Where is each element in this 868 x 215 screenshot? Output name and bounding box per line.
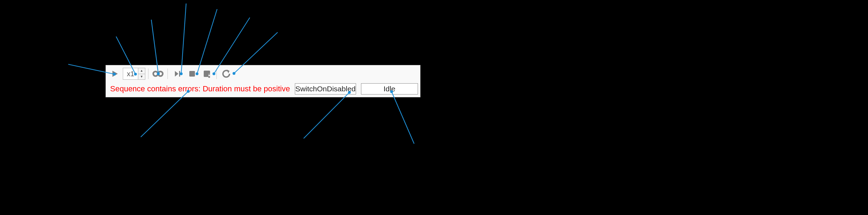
svg-point-1 (158, 72, 163, 76)
svg-line-21 (141, 91, 188, 137)
loop-icon (152, 70, 164, 77)
stop-button[interactable] (185, 67, 199, 80)
runtime-status: Idle (361, 83, 418, 95)
svg-point-5 (208, 76, 210, 78)
error-message: Sequence contains errors: Duration must … (108, 84, 290, 93)
svg-rect-2 (189, 71, 195, 77)
play-button[interactable] (108, 67, 121, 80)
speed-down-button[interactable]: ▼ (138, 74, 145, 80)
reset-button[interactable] (220, 67, 233, 80)
speed-spinner[interactable]: x1 ▲ ▼ (123, 68, 145, 80)
stop-icon (188, 70, 196, 78)
mode-status: SwitchOnDisabled (295, 83, 356, 95)
reset-icon (221, 69, 231, 79)
status-bar: Sequence contains errors: Duration must … (106, 82, 420, 97)
toolbar: x1 ▲ ▼ (106, 65, 420, 82)
emergency-stop-button[interactable] (200, 67, 214, 80)
speed-up-button[interactable]: ▲ (138, 68, 145, 74)
toolbar-divider (216, 69, 217, 79)
emergency-stop-icon (203, 70, 211, 78)
svg-line-23 (304, 92, 349, 138)
svg-point-6 (209, 73, 210, 75)
step-forward-icon (173, 70, 182, 78)
toolbar-divider (148, 69, 148, 79)
svg-line-25 (392, 92, 414, 144)
svg-line-13 (181, 4, 186, 74)
callout-overlay (0, 0, 868, 215)
loop-button[interactable] (151, 67, 165, 80)
speed-value: x1 (123, 70, 138, 78)
control-panel: x1 ▲ ▼ (106, 65, 420, 97)
step-button[interactable] (171, 67, 184, 80)
toolbar-divider (167, 69, 168, 79)
svg-point-0 (153, 72, 158, 76)
svg-line-15 (197, 9, 217, 74)
play-icon (110, 69, 119, 78)
speed-spinner-buttons: ▲ ▼ (138, 68, 145, 79)
